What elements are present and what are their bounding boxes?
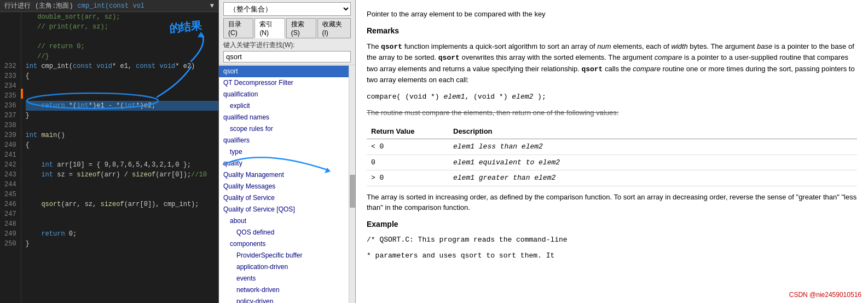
code-editor-header: 行计进行 (主角:泡面) cmp_int(const vol ▼ — [0, 0, 218, 12]
code-content: 232 233 234 235 236 237 238 239 240 241 … — [0, 12, 218, 303]
doc-panel: Pointer to the array element to be compa… — [356, 0, 868, 303]
list-item-policy-driven[interactable]: policy-driven — [219, 296, 349, 303]
code-line-240: { — [26, 140, 218, 150]
code-line-249: return 0; — [26, 229, 218, 239]
list-item-scope-rules[interactable]: scope rules for — [219, 123, 349, 135]
list-item-quality-mgmt[interactable]: Quality Management — [219, 169, 349, 181]
doc-qsort-bold2: qsort — [438, 54, 460, 62]
tab-contents[interactable]: 目录(C) — [223, 18, 253, 38]
doc-compare-sig: compare( (void *) elem1, (void *) elem2 … — [367, 91, 857, 102]
tab-favorites[interactable]: 收藏夹(I) — [317, 18, 351, 38]
tab-search[interactable]: 搜索(S) — [286, 18, 316, 38]
help-scrollbar-thumb[interactable] — [350, 175, 355, 208]
table-col-desc: Description — [449, 124, 857, 139]
table-desc-lt0: elem1 less than elem2 — [449, 139, 857, 155]
code-line-237: } — [26, 111, 218, 121]
doc-example-code2: * parameters and uses qsort to sort them… — [367, 250, 857, 261]
collapse-icon[interactable]: ▼ — [210, 2, 214, 10]
list-item-network-driven[interactable]: network-driven — [219, 284, 349, 296]
doc-remarks-title: Remarks — [367, 25, 857, 37]
help-scrollbar[interactable] — [349, 65, 355, 303]
code-line-238 — [26, 121, 218, 130]
list-item-qt-decomp[interactable]: QT Decompressor Filter — [219, 77, 349, 89]
list-item-components[interactable]: components — [219, 238, 349, 250]
doc-base-italic: base — [757, 42, 772, 50]
code-line-243: int sz = sizeof(arr) / sizeof(arr[0]);//… — [26, 170, 218, 180]
list-item-qualifiers[interactable]: qualifiers — [219, 135, 349, 146]
code-line-232: int cmp_int(const void* e1, const void* … — [26, 61, 218, 71]
header-filename: cmp_int(const vol — [78, 2, 144, 10]
list-item-quality[interactable]: quality — [219, 158, 349, 169]
breakpoint-marker — [21, 89, 23, 99]
code-line-234 — [26, 81, 218, 91]
table-val-lt0: < 0 — [367, 139, 449, 155]
list-item-qsort[interactable]: qsort — [219, 66, 349, 77]
table-col-return: Return Value — [367, 124, 449, 139]
doc-example-code1: /* QSORT.C: This program reads the comma… — [367, 235, 857, 245]
help-list[interactable]: qsort QT Decompressor Filter qualificati… — [219, 65, 349, 303]
code-line-239: int main() — [26, 130, 218, 140]
table-val-0: 0 — [367, 155, 449, 170]
return-value-table: Return Value Description < 0 elem1 less … — [367, 124, 857, 186]
list-item-app-driven[interactable]: application-driven — [219, 261, 349, 273]
code-line-250: } — [26, 239, 218, 249]
doc-compare-italic: compare — [655, 53, 682, 61]
code-line-5: //} — [26, 52, 218, 61]
doc-compare-italic2: compare — [633, 65, 661, 73]
code-editor-panel: 行计进行 (主角:泡面) cmp_int(const vol ▼ 232 233… — [0, 0, 219, 303]
list-item-qos-defined[interactable]: QOS defined — [219, 227, 349, 238]
csdn-watermark: CSDN @nie2459010516 — [789, 291, 861, 299]
code-line-241 — [26, 150, 218, 160]
table-row-gt0: > 0 elem1 greater than elem2 — [367, 170, 857, 186]
doc-routine-text: The routine must compare the elements, t… — [367, 107, 857, 118]
list-item-qualification[interactable]: qualification — [219, 89, 349, 100]
code-line-242: int arr[10] = { 9,8,7,6,5,4,3,2,1,0 }; — [26, 160, 218, 170]
annotation-text: 的结果 — [169, 21, 202, 34]
code-line-247 — [26, 209, 218, 219]
list-item-about[interactable]: about — [219, 215, 349, 227]
list-item-events[interactable]: events — [219, 273, 349, 284]
table-row-lt0: < 0 elem1 less than elem2 — [367, 139, 857, 155]
code-line-244 — [26, 180, 218, 190]
doc-width-italic: width — [671, 42, 687, 50]
doc-num-italic: num — [597, 42, 611, 50]
help-panel: （整个集合） 目录(C) 索引(N) 搜索(S) 收藏夹(I) 键入关键字进行查… — [219, 0, 356, 303]
doc-example-title: Example — [367, 219, 857, 230]
code-line-245 — [26, 190, 218, 199]
list-item-quality-svc[interactable]: Quality of Service — [219, 192, 349, 204]
code-line-233: { — [26, 71, 218, 81]
help-scope-dropdown[interactable]: （整个集合） — [223, 2, 351, 16]
list-item-quality-msg[interactable]: Quality Messages — [219, 181, 349, 192]
code-line-246: qsort(arr, sz, sizeof(arr[0]), cmp_int); — [26, 199, 218, 209]
doc-qsort-bold3: qsort — [581, 65, 603, 73]
code-lines: 的结果 double_sort(arr, sz); // print(arr, … — [21, 12, 218, 303]
list-item-type[interactable]: type — [219, 146, 349, 158]
table-desc-gt0: elem1 greater than elem2 — [449, 170, 857, 186]
code-line-248 — [26, 219, 218, 229]
list-item-provider-buffer[interactable]: ProviderSpecific buffer — [219, 250, 349, 261]
header-label2: (主角:泡面) — [35, 1, 73, 10]
table-desc-0: elem1 equivalent to elem2 — [449, 155, 857, 170]
table-row-0: 0 elem1 equivalent to elem2 — [367, 155, 857, 170]
code-line-236: return *(int*)e1 - *(int*)e2; — [26, 101, 218, 111]
search-label: 键入关键字进行查找(W): — [223, 41, 351, 50]
header-label1: 行计进行 — [4, 1, 31, 10]
doc-intro: Pointer to the array element to be compa… — [367, 9, 857, 20]
tab-index[interactable]: 索引(N) — [254, 18, 285, 38]
list-item-explicit[interactable]: explicit — [219, 100, 349, 112]
line-numbers: 232 233 234 235 236 237 238 239 240 241 … — [0, 12, 21, 303]
table-val-gt0: > 0 — [367, 170, 449, 186]
code-line-235 — [26, 91, 218, 101]
doc-remarks-body: The qsort function implements a quick-so… — [367, 41, 857, 85]
help-search-input[interactable] — [223, 51, 351, 62]
list-item-qualified-names[interactable]: qualified names — [219, 112, 349, 123]
help-list-container: qsort QT Decompressor Filter qualificati… — [219, 65, 355, 303]
doc-qsort-bold: qsort — [381, 43, 402, 51]
code-line-4: // return 0; — [26, 42, 218, 52]
doc-footer: The array is sorted in increasing order,… — [367, 192, 857, 213]
help-tabs: 目录(C) 索引(N) 搜索(S) 收藏夹(I) — [223, 18, 351, 38]
help-top: （整个集合） 目录(C) 索引(N) 搜索(S) 收藏夹(I) 键入关键字进行查… — [219, 0, 355, 65]
list-item-quality-svc-qos[interactable]: Quality of Service [QOS] — [219, 204, 349, 215]
